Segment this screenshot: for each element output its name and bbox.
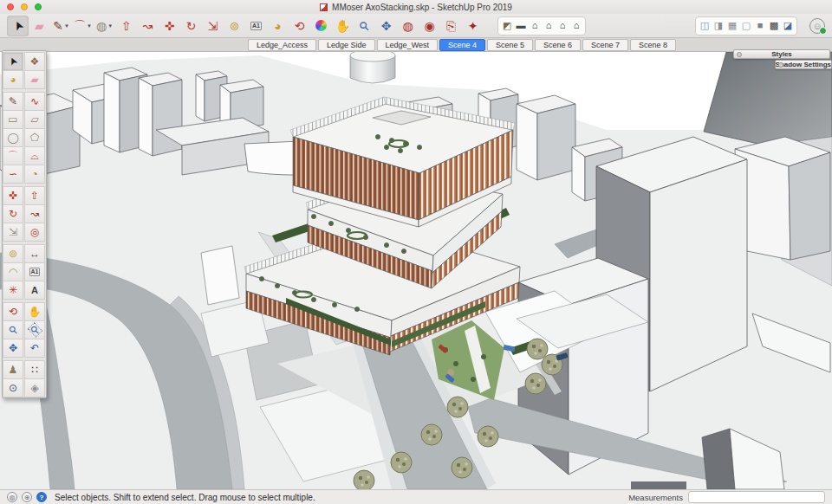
view-back-button[interactable]: ⌂ xyxy=(556,18,569,34)
scene-8-tab[interactable]: Scene 8 xyxy=(630,39,676,51)
move-button[interactable]: ✜ xyxy=(3,186,23,205)
style-shaded-button[interactable]: ■ xyxy=(753,18,767,34)
style-monochrome-button[interactable]: ◪ xyxy=(781,18,795,34)
zoom-tool-button[interactable]: ⚲ xyxy=(354,16,375,36)
zoom-button[interactable]: ⚲ xyxy=(3,320,23,339)
section-plane-button[interactable]: ◈ xyxy=(24,378,45,397)
select-tool-button[interactable]: ➤ xyxy=(7,16,29,36)
push-pull-button[interactable]: ⇧ xyxy=(24,186,45,205)
view-iso-icon: ◩ xyxy=(503,21,511,30)
shadow-settings-panel-header[interactable]: Shadow Settings xyxy=(775,60,832,69)
scale-button[interactable]: ⇲ xyxy=(3,223,23,242)
move-tool-button[interactable]: ✜ xyxy=(159,16,180,36)
style-wireframe-button[interactable]: ▦ xyxy=(725,18,739,34)
two-point-arc-button[interactable]: ⌓ xyxy=(24,146,45,165)
scene-5-tab[interactable]: Scene 5 xyxy=(487,39,533,51)
scene-4-tab[interactable]: Scene 4 xyxy=(439,39,485,51)
paint-bucket-tool-button[interactable]: ◕ xyxy=(267,16,289,36)
panel-collapse-icon[interactable] xyxy=(737,52,742,57)
eraser-tool-button[interactable]: ▰ xyxy=(29,16,50,36)
zoom-window-button[interactable]: ⚲ xyxy=(24,320,45,339)
paint-bucket-button[interactable]: ◕ xyxy=(3,70,23,89)
line-tool-button[interactable]: ✎ ▼ xyxy=(50,16,72,36)
style-hidden-line-button[interactable]: ▢ xyxy=(739,18,753,34)
eraser-icon: ▰ xyxy=(30,74,38,85)
account-avatar[interactable]: ☺ xyxy=(809,18,825,34)
follow-me-tool-button[interactable]: ↝ xyxy=(137,16,159,36)
protractor-button[interactable]: ◠ xyxy=(3,262,23,281)
ledge-side-tab[interactable]: Ledge Side xyxy=(318,39,375,51)
geolocation-icon[interactable]: ◍ xyxy=(7,492,17,502)
viewport-3d-scene[interactable] xyxy=(0,52,832,489)
axes-button[interactable]: ✳ xyxy=(3,281,23,300)
look-around-button[interactable]: ⊙ xyxy=(3,378,23,397)
scale-tool-button[interactable]: ⇲ xyxy=(202,16,224,36)
arc-tool-button[interactable]: ⌒ ▼ xyxy=(72,16,94,36)
view-front-button[interactable]: ⌂ xyxy=(528,18,542,34)
dimension-button[interactable]: ↔ xyxy=(24,244,45,263)
minimize-window-button[interactable] xyxy=(21,3,28,10)
panel-collapse-icon[interactable] xyxy=(778,62,783,68)
scene-7-tab[interactable]: Scene 7 xyxy=(582,39,628,51)
style-xray-button[interactable]: ◫ xyxy=(698,18,712,34)
rotated-rectangle-button[interactable]: ▱ xyxy=(24,110,45,129)
shape-tool-button[interactable]: ◍ ▼ xyxy=(94,16,115,36)
context-building-far-right[interactable] xyxy=(735,137,830,260)
push-pull-tool-button[interactable]: ⇧ xyxy=(115,16,137,36)
follow-me-button[interactable]: ↝ xyxy=(24,204,45,223)
view-front-icon: ⌂ xyxy=(532,21,538,30)
extension-warehouse-button[interactable]: ✦ xyxy=(462,16,484,36)
select-button[interactable]: ➤ xyxy=(3,52,23,71)
rotate-tool-button[interactable]: ↻ xyxy=(180,16,202,36)
pan-tool-button[interactable]: ✋ xyxy=(332,16,354,36)
zoom-extents-button[interactable]: ✥ xyxy=(375,16,397,36)
rotate-button[interactable]: ↻ xyxy=(3,204,23,223)
ledge-west-tab[interactable]: Ledge_West xyxy=(377,39,438,51)
help-icon[interactable]: ? xyxy=(36,492,47,502)
circle-button[interactable]: ◯ xyxy=(3,128,23,147)
view-right-button[interactable]: ⌂ xyxy=(542,18,556,34)
three-point-arc-button[interactable]: ∽ xyxy=(3,165,23,184)
arc-button[interactable]: ⌒ xyxy=(3,146,23,165)
view-left-button[interactable]: ⌂ xyxy=(569,18,583,34)
eraser-button[interactable]: ▰ xyxy=(24,70,45,89)
freehand-button[interactable]: ∿ xyxy=(24,92,45,111)
eraser-tool-icon: ▰ xyxy=(35,20,44,32)
ledge-access-tab[interactable]: Ledge_Access xyxy=(248,39,316,51)
orbit-tool-button[interactable]: ⟲ xyxy=(289,16,310,36)
instructor-icon[interactable]: ⊕ xyxy=(22,492,32,502)
pie-button[interactable]: ◔ xyxy=(24,165,45,184)
scene-6-tab[interactable]: Scene 6 xyxy=(535,39,581,51)
3d-warehouse-button[interactable]: ◍ xyxy=(397,16,419,36)
polygon-button[interactable]: ⬠ xyxy=(24,128,45,147)
styles-panel-header[interactable]: Styles xyxy=(733,49,830,59)
share-model-button[interactable]: ◉ xyxy=(419,16,440,36)
offset-button[interactable]: ◎ xyxy=(24,223,45,242)
close-window-button[interactable] xyxy=(7,3,14,10)
zoom-window-button[interactable] xyxy=(35,3,42,10)
previous-button[interactable]: ↶ xyxy=(24,339,45,358)
zoom-extents-button[interactable]: ✥ xyxy=(3,339,23,358)
position-camera-button[interactable]: ♟ xyxy=(3,360,23,379)
style-shaded-textures-button[interactable]: ▩ xyxy=(767,18,781,34)
3d-text-button[interactable]: A xyxy=(24,281,45,300)
orbit-button[interactable]: ⟲ xyxy=(3,302,23,321)
tape-measure-tool-button[interactable]: ⊚ xyxy=(224,16,245,36)
rectangle-button[interactable]: ▭ xyxy=(3,110,23,129)
text-icon: A1 xyxy=(29,268,41,276)
walk-button[interactable]: ∷ xyxy=(24,360,45,379)
text-tool-button[interactable]: A1 xyxy=(245,16,267,36)
color-wheel-button[interactable]: ● xyxy=(310,16,332,36)
measurements-input[interactable] xyxy=(688,491,825,503)
send-to-layout-button[interactable]: ⎘ xyxy=(440,16,462,36)
view-top-button[interactable]: ▬ xyxy=(514,18,528,34)
tape-measure-button[interactable]: ⊚ xyxy=(3,244,23,263)
text-button[interactable]: A1 xyxy=(24,262,45,281)
cylinder-building[interactable] xyxy=(350,52,395,83)
rotate-icon: ↻ xyxy=(9,209,17,219)
line-button[interactable]: ✎ xyxy=(3,92,23,111)
view-iso-button[interactable]: ◩ xyxy=(500,18,514,34)
pan-button[interactable]: ✋ xyxy=(24,302,45,321)
make-component-button[interactable]: ❖ xyxy=(24,52,45,71)
style-back-edges-button[interactable]: ◨ xyxy=(712,18,725,34)
